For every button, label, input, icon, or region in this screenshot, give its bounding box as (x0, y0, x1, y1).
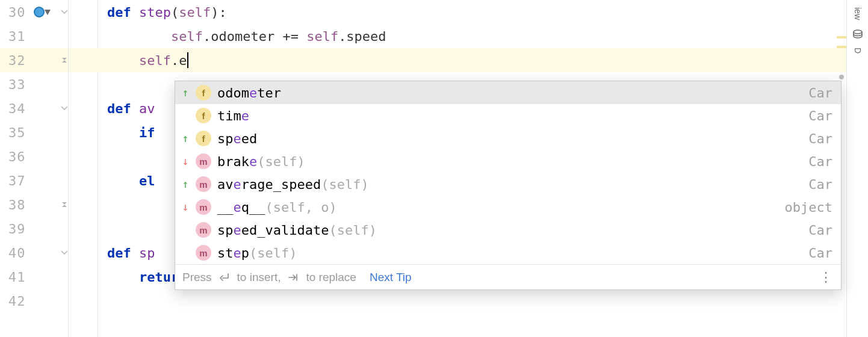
line-number: 39 (0, 221, 58, 237)
database-icon[interactable] (851, 28, 864, 42)
completion-label: speed (217, 131, 798, 146)
completion-item[interactable]: ↓m__eq__(self, o)object (175, 196, 841, 218)
completion-label: odometer (217, 85, 798, 100)
line-number: 37 (0, 173, 58, 188)
fold-toggle-icon[interactable] (60, 104, 69, 113)
line-number: 36 (0, 149, 58, 164)
priority-up-icon: ↑ (181, 87, 190, 98)
gutter: 30 31 32 33 34 35 36 37 38 39 40 (0, 0, 69, 337)
completion-item[interactable]: ↑mspeed_validate(self)Car (175, 218, 841, 241)
priority-blank: ↑ (181, 110, 190, 121)
completion-footer: Press to insert, to replace Next Tip ⋮ (175, 264, 841, 289)
completion-list[interactable]: ↑fodometerCar↑ftimeCar↑fspeedCar↓mbrake(… (175, 81, 841, 264)
svg-marker-3 (62, 205, 67, 207)
line-number: 40 (0, 246, 58, 261)
code-line[interactable]: self.odometer += self.speed (69, 24, 846, 48)
line-number: 33 (0, 77, 58, 92)
fold-toggle-icon[interactable] (60, 249, 69, 257)
method-kind-icon: m (196, 199, 211, 215)
fold-toggle-icon[interactable] (60, 200, 69, 209)
tool-window-tab[interactable]: iew (853, 7, 863, 20)
completion-label: step(self) (217, 246, 798, 261)
gutter-line[interactable]: 30 (0, 0, 68, 24)
method-kind-icon: m (196, 222, 211, 238)
line-number: 32 (0, 53, 58, 68)
field-kind-icon: f (196, 85, 211, 100)
line-number: 35 (0, 125, 58, 140)
code-line[interactable]: def step(self): (69, 0, 846, 24)
completion-origin: Car (804, 131, 832, 146)
completion-origin: Car (804, 85, 832, 100)
completion-item[interactable]: ↑mstep(self)Car (175, 241, 841, 264)
gutter-line[interactable]: 38 (0, 193, 68, 217)
completion-popup: ↑fodometerCar↑ftimeCar↑fspeedCar↓mbrake(… (175, 81, 842, 290)
svg-marker-2 (62, 202, 67, 205)
gutter-line[interactable]: 34 (0, 96, 68, 120)
priority-up-icon: ↑ (181, 179, 190, 190)
completion-origin: Car (804, 246, 832, 261)
gutter-line[interactable]: 39 (0, 217, 68, 241)
svg-point-4 (854, 30, 862, 34)
code-line[interactable] (69, 289, 846, 313)
completion-item[interactable]: ↑ftimeCar (175, 104, 841, 127)
completion-origin: Car (804, 154, 832, 169)
gutter-line[interactable]: 37 (0, 168, 68, 193)
more-menu-icon[interactable]: ⋮ (819, 270, 834, 285)
footer-text: to replace (306, 271, 356, 284)
breakpoint-icon[interactable] (34, 7, 45, 17)
line-number: 42 (0, 294, 58, 309)
enter-key-icon (219, 273, 230, 282)
tool-window-tab[interactable]: D (853, 48, 863, 54)
footer-text: to insert, (237, 271, 281, 284)
priority-down-icon: ↓ (181, 156, 190, 167)
completion-origin: object (780, 200, 832, 215)
completion-origin: Car (804, 223, 832, 238)
line-number: 34 (0, 101, 58, 116)
method-kind-icon: m (196, 245, 211, 261)
completion-label: time (217, 108, 798, 123)
footer-text: Press (182, 271, 212, 284)
completion-origin: Car (804, 177, 832, 192)
gutter-line[interactable]: 42 (0, 289, 68, 313)
completion-item[interactable]: ↑fodometerCar (175, 81, 841, 104)
gutter-line[interactable]: 32 (0, 48, 68, 72)
right-tool-rail: iew D (846, 0, 868, 337)
gutter-line[interactable]: 31 (0, 24, 68, 48)
gutter-line[interactable]: 40 (0, 241, 68, 265)
gutter-line[interactable]: 36 (0, 144, 68, 168)
code-line-current[interactable]: self.e (69, 48, 846, 72)
gutter-line[interactable]: 35 (0, 120, 68, 144)
priority-blank: ↑ (181, 247, 190, 258)
next-tip-link[interactable]: Next Tip (370, 271, 412, 284)
completion-label: average_speed(self) (217, 177, 798, 192)
priority-down-icon: ↓ (181, 202, 190, 212)
line-number: 41 (0, 270, 58, 285)
field-kind-icon: f (196, 131, 211, 146)
completion-item[interactable]: ↓mbrake(self)Car (175, 150, 841, 173)
gutter-line[interactable]: 33 (0, 72, 68, 96)
completion-item[interactable]: ↑maverage_speed(self)Car (175, 173, 841, 196)
svg-marker-1 (62, 60, 67, 63)
priority-up-icon: ↑ (181, 133, 190, 144)
priority-blank: ↑ (181, 224, 190, 235)
line-number: 38 (0, 197, 58, 212)
completion-origin: Car (804, 108, 832, 123)
tab-key-icon (288, 273, 299, 282)
fold-toggle-icon[interactable] (60, 56, 69, 64)
completion-label: brake(self) (217, 154, 798, 169)
text-caret (187, 52, 188, 68)
method-kind-icon: m (196, 153, 211, 169)
gutter-line[interactable]: 41 (0, 265, 68, 289)
line-number: 31 (0, 29, 58, 44)
completion-item[interactable]: ↑fspeedCar (175, 127, 841, 150)
method-kind-icon: m (196, 176, 211, 192)
completion-label: __eq__(self, o) (217, 200, 774, 215)
svg-marker-0 (62, 58, 67, 60)
fold-toggle-icon[interactable] (60, 8, 69, 16)
completion-label: speed_validate(self) (217, 223, 798, 238)
field-kind-icon: f (196, 108, 211, 123)
